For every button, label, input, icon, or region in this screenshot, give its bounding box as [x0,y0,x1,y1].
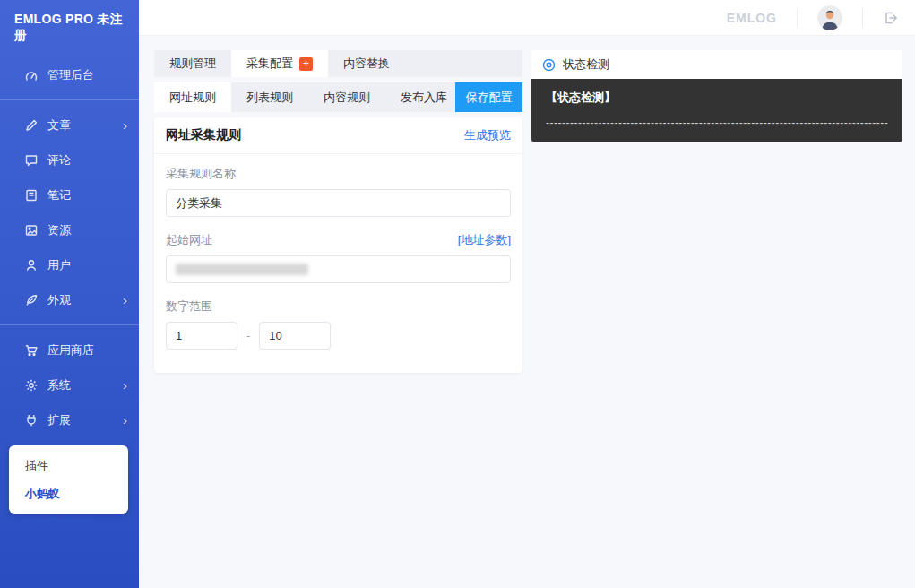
status-divider: ----------------------------------------… [546,117,888,129]
brand-text: EMLOG [727,11,777,25]
chevron-right-icon: › [123,413,127,427]
sidebar-divider [0,324,139,325]
sidebar-item-label: 系统 [47,377,71,393]
tab-content-replace[interactable]: 内容替换 [328,50,405,77]
sidebar-item-label: 外观 [47,292,71,308]
plug-icon [24,413,39,428]
sidebar-item-label: 资源 [47,222,71,238]
url-rule-card: 网址采集规则 生成预览 采集规则名称 起始网址 [地址参数] [154,117,522,373]
user-icon [24,258,39,272]
submenu-item-plugins[interactable]: 插件 [9,452,128,480]
sidebar-item-label: 笔记 [47,187,71,203]
save-config-button[interactable]: 保存配置 [455,82,522,112]
sidebar-item-notes[interactable]: 笔记 [0,177,139,212]
gauge-icon [24,68,39,82]
number-range-field: 数字范围 - [166,298,511,350]
submenu-item-antgather[interactable]: 小蚂蚁(AntGather) [9,480,128,507]
topbar-divider [797,8,798,28]
tab-publish[interactable]: 发布入库 [385,82,462,112]
avatar[interactable] [817,5,842,30]
image-icon [24,223,39,238]
sidebar-item-label: 管理后台 [47,67,94,83]
secondary-tabs: 网址规则 列表规则 内容规则 发布入库 保存配置 [154,82,522,112]
sidebar-item-label: 用户 [47,257,71,273]
sidebar-item-app-store[interactable]: 应用商店 [0,333,139,368]
sidebar-item-label: 文章 [47,117,71,134]
target-icon [542,58,556,72]
sidebar-item-users[interactable]: 用户 [0,247,139,282]
right-column: 状态检测 【状态检测】 ----------------------------… [531,50,902,142]
tab-url-rules[interactable]: 网址规则 [154,82,231,112]
number-range-label: 数字范围 [166,298,511,315]
sidebar-item-extensions[interactable]: 扩展 › [0,402,139,437]
pencil-icon [24,118,39,133]
main-area: EMLOG 规则管理 采集配置 + 内容替换 [139,0,915,588]
brush-icon [24,293,39,307]
status-panel-header: 状态检测 [531,50,902,79]
url-params-link[interactable]: [地址参数] [458,232,511,248]
sidebar-item-appearance[interactable]: 外观 › [0,282,139,317]
tab-content-rules[interactable]: 内容规则 [308,82,385,112]
sidebar-divider [0,99,139,100]
chevron-right-icon: › [123,118,127,132]
redacted-url-value [176,264,308,275]
card-header: 网址采集规则 生成预览 [154,117,522,154]
sidebar: EMLOG PRO 未注册 管理后台 文章 › 评论 笔记 资 [0,0,139,588]
generate-preview-link[interactable]: 生成预览 [464,127,511,143]
rule-name-field: 采集规则名称 [166,166,511,217]
app-window: EMLOG PRO 未注册 管理后台 文章 › 评论 笔记 资 [0,0,915,588]
status-log-title: 【状态检测】 [546,90,888,106]
sidebar-item-label: 应用商店 [47,342,94,359]
extensions-submenu: 插件 小蚂蚁(AntGather) [9,445,128,514]
status-log-box: 【状态检测】 ---------------------------------… [531,79,902,142]
card-title: 网址采集规则 [166,127,241,143]
primary-tabs: 规则管理 采集配置 + 内容替换 [154,50,522,77]
range-from-input[interactable] [166,322,237,350]
status-panel-title: 状态检测 [563,56,609,73]
topbar: EMLOG [139,0,915,36]
app-title: EMLOG PRO 未注册 [0,0,139,57]
sidebar-nav: 管理后台 文章 › 评论 笔记 资源 用户 [0,57,139,437]
cart-icon [24,343,39,358]
add-badge[interactable]: + [299,57,313,71]
sidebar-item-label: 扩展 [47,412,71,428]
rule-name-input[interactable] [166,189,511,217]
sidebar-item-system[interactable]: 系统 › [0,368,139,402]
start-url-field: 起始网址 [地址参数] [166,232,511,283]
card-body: 采集规则名称 起始网址 [地址参数] [154,154,522,373]
note-icon [24,188,39,203]
sidebar-item-dashboard[interactable]: 管理后台 [0,57,139,92]
comment-icon [24,153,39,168]
sidebar-item-comments[interactable]: 评论 [0,143,139,177]
tab-collection-config[interactable]: 采集配置 + [231,50,328,77]
sidebar-item-label: 评论 [47,152,71,169]
content: 规则管理 采集配置 + 内容替换 网址规则 列表规则 内容规则 发布入库 保存配… [139,36,915,588]
logout-icon[interactable] [883,10,899,26]
sidebar-item-resources[interactable]: 资源 [0,212,139,247]
sidebar-item-articles[interactable]: 文章 › [0,108,139,143]
rule-name-label: 采集规则名称 [166,166,511,182]
range-separator: - [246,329,250,342]
start-url-label: 起始网址 [166,232,212,248]
tab-list-rules[interactable]: 列表规则 [231,82,308,112]
left-column: 规则管理 采集配置 + 内容替换 网址规则 列表规则 内容规则 发布入库 保存配… [154,50,522,373]
tab-rule-management[interactable]: 规则管理 [154,50,231,77]
gear-icon [24,378,39,393]
range-to-input[interactable] [259,322,331,350]
topbar-divider [862,8,863,28]
chevron-right-icon: › [123,378,127,392]
chevron-right-icon: › [123,293,127,307]
